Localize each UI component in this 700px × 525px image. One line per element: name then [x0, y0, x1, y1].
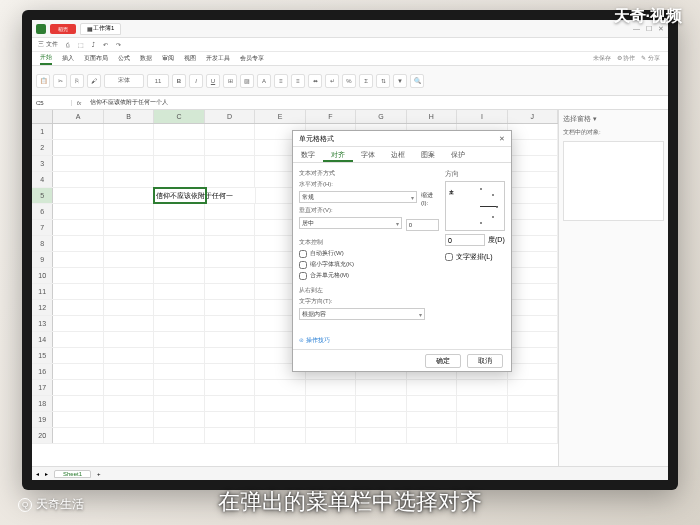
tab-home[interactable]: 开始 — [40, 53, 52, 65]
cell[interactable] — [205, 124, 255, 139]
cell[interactable] — [154, 268, 204, 283]
cell[interactable] — [154, 172, 204, 187]
tab-formula[interactable]: 公式 — [118, 54, 130, 63]
document-tab[interactable]: ▦ 工作簿1 — [80, 23, 121, 35]
cell[interactable] — [407, 396, 457, 411]
cell[interactable] — [53, 316, 103, 331]
cell[interactable] — [508, 236, 558, 251]
cell[interactable] — [205, 156, 255, 171]
find-icon[interactable]: 🔍 — [410, 74, 424, 88]
cell[interactable] — [154, 220, 204, 235]
cell[interactable] — [508, 204, 558, 219]
row-header[interactable]: 10 — [32, 268, 53, 283]
row-header[interactable]: 4 — [32, 172, 53, 187]
row-header[interactable]: 7 — [32, 220, 53, 235]
cell[interactable] — [154, 316, 204, 331]
home-tab[interactable]: 稻壳 — [50, 24, 76, 34]
cell[interactable] — [205, 380, 255, 395]
ok-button[interactable]: 确定 — [425, 354, 461, 368]
add-sheet-icon[interactable]: + — [97, 471, 101, 477]
cell[interactable] — [104, 236, 154, 251]
row-header[interactable]: 14 — [32, 332, 53, 347]
collab-button[interactable]: ⚙ 协作 — [617, 54, 636, 63]
h-align-select[interactable]: 常规 — [299, 191, 417, 203]
cell[interactable] — [154, 364, 204, 379]
cell[interactable] — [508, 124, 558, 139]
cut-icon[interactable]: ✂ — [53, 74, 67, 88]
orientation-dial[interactable]: 文本 — [445, 181, 505, 231]
select-all-corner[interactable] — [32, 110, 53, 123]
cell[interactable] — [154, 348, 204, 363]
font-color-icon[interactable]: A — [257, 74, 271, 88]
cell[interactable] — [508, 396, 558, 411]
tab-view[interactable]: 视图 — [184, 54, 196, 63]
cell[interactable] — [53, 300, 103, 315]
cell[interactable] — [53, 348, 103, 363]
cell[interactable] — [53, 172, 103, 187]
col-header[interactable]: E — [255, 110, 305, 123]
row-header[interactable]: 11 — [32, 284, 53, 299]
cell[interactable] — [104, 140, 154, 155]
cell[interactable] — [53, 252, 103, 267]
cell[interactable] — [53, 140, 103, 155]
cell[interactable] — [104, 124, 154, 139]
cell[interactable] — [457, 428, 507, 443]
dlg-tab-font[interactable]: 字体 — [353, 147, 383, 162]
cell[interactable] — [407, 428, 457, 443]
cell[interactable] — [255, 380, 305, 395]
cell[interactable] — [306, 396, 356, 411]
merge-checkbox[interactable]: 合并单元格(M) — [299, 271, 439, 280]
row-header[interactable]: 17 — [32, 380, 53, 395]
cell[interactable] — [154, 412, 204, 427]
cell[interactable]: 信仰不应该依附于任何一 — [154, 188, 206, 203]
redo-icon[interactable]: ↷ — [116, 41, 121, 48]
cell[interactable] — [205, 236, 255, 251]
row-header[interactable]: 6 — [32, 204, 53, 219]
cell[interactable] — [104, 412, 154, 427]
tab-layout[interactable]: 页面布局 — [84, 54, 108, 63]
cell[interactable] — [53, 284, 103, 299]
app-icon[interactable] — [36, 24, 46, 34]
cell[interactable] — [205, 364, 255, 379]
cell[interactable] — [53, 124, 103, 139]
cell[interactable] — [154, 156, 204, 171]
font-select[interactable]: 宋体 — [104, 74, 144, 88]
cell[interactable] — [154, 428, 204, 443]
col-header[interactable]: D — [205, 110, 255, 123]
col-header[interactable]: J — [508, 110, 558, 123]
cell[interactable] — [104, 172, 154, 187]
cell[interactable] — [53, 364, 103, 379]
cell[interactable] — [457, 380, 507, 395]
tab-review[interactable]: 审阅 — [162, 54, 174, 63]
cell[interactable] — [205, 300, 255, 315]
align-center-icon[interactable]: ≡ — [291, 74, 305, 88]
italic-icon[interactable]: I — [189, 74, 203, 88]
cell[interactable] — [205, 204, 255, 219]
cancel-button[interactable]: 取消 — [467, 354, 503, 368]
sheet-nav-icon[interactable]: ◂ — [36, 470, 39, 477]
cell[interactable] — [356, 396, 406, 411]
cell[interactable] — [205, 428, 255, 443]
cell[interactable] — [104, 220, 154, 235]
cell[interactable] — [104, 204, 154, 219]
tab-insert[interactable]: 插入 — [62, 54, 74, 63]
wrap-checkbox[interactable]: 自动换行(W) — [299, 249, 439, 258]
cell[interactable] — [53, 156, 103, 171]
undo-icon[interactable]: ↶ — [103, 41, 108, 48]
cell[interactable] — [508, 332, 558, 347]
cell[interactable] — [205, 140, 255, 155]
row-header[interactable]: 1 — [32, 124, 53, 139]
file-menu[interactable]: 三 文件 — [38, 40, 58, 49]
row-header[interactable]: 2 — [32, 140, 53, 155]
cell[interactable] — [205, 252, 255, 267]
dlg-tab-protect[interactable]: 保护 — [443, 147, 473, 162]
cell[interactable] — [508, 428, 558, 443]
copy-icon[interactable]: ⎘ — [70, 74, 84, 88]
cell[interactable] — [508, 300, 558, 315]
cell[interactable] — [53, 220, 103, 235]
cell[interactable] — [154, 300, 204, 315]
row-header[interactable]: 5 — [32, 188, 53, 203]
cell[interactable] — [407, 380, 457, 395]
direction-select[interactable]: 根据内容 — [299, 308, 425, 320]
cell[interactable] — [154, 332, 204, 347]
